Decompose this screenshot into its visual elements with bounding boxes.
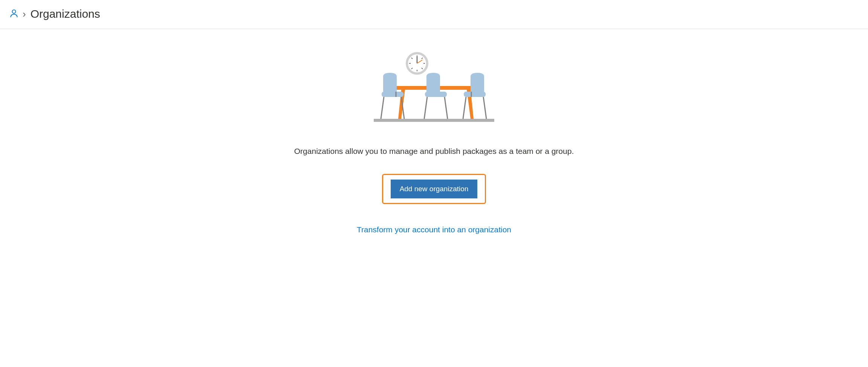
svg-rect-1 (374, 119, 494, 122)
empty-state-illustration (372, 50, 496, 126)
svg-rect-24 (464, 92, 486, 97)
svg-rect-17 (382, 92, 403, 97)
main-content: Organizations allow you to manage and pu… (0, 29, 868, 234)
highlight-box: Add new organization (382, 174, 486, 204)
svg-rect-21 (425, 92, 447, 97)
svg-line-23 (445, 97, 448, 119)
add-new-organization-button[interactable]: Add new organization (391, 180, 478, 198)
svg-point-0 (12, 10, 15, 13)
svg-line-25 (463, 97, 466, 119)
transform-account-link[interactable]: Transform your account into an organizat… (357, 225, 511, 234)
chevron-right-icon: › (23, 8, 26, 20)
page-title: Organizations (31, 8, 100, 20)
svg-line-22 (424, 97, 427, 119)
breadcrumb: › Organizations (0, 0, 868, 29)
empty-state-description: Organizations allow you to manage and pu… (294, 147, 574, 156)
svg-line-18 (381, 97, 384, 119)
user-icon[interactable] (9, 8, 23, 20)
svg-line-26 (483, 97, 486, 119)
